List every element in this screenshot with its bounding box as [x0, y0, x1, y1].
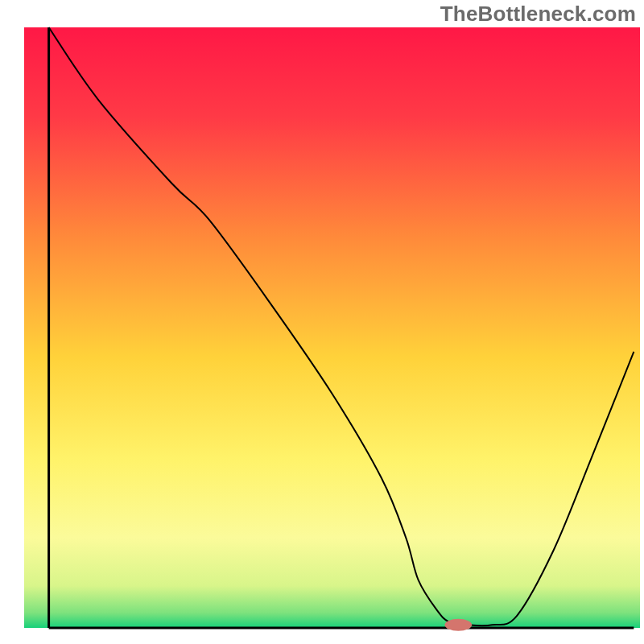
- current-config-marker: [444, 619, 472, 631]
- chart-canvas: [0, 0, 644, 644]
- plot-background: [24, 27, 640, 628]
- chart-frame: TheBottleneck.com: [0, 0, 644, 644]
